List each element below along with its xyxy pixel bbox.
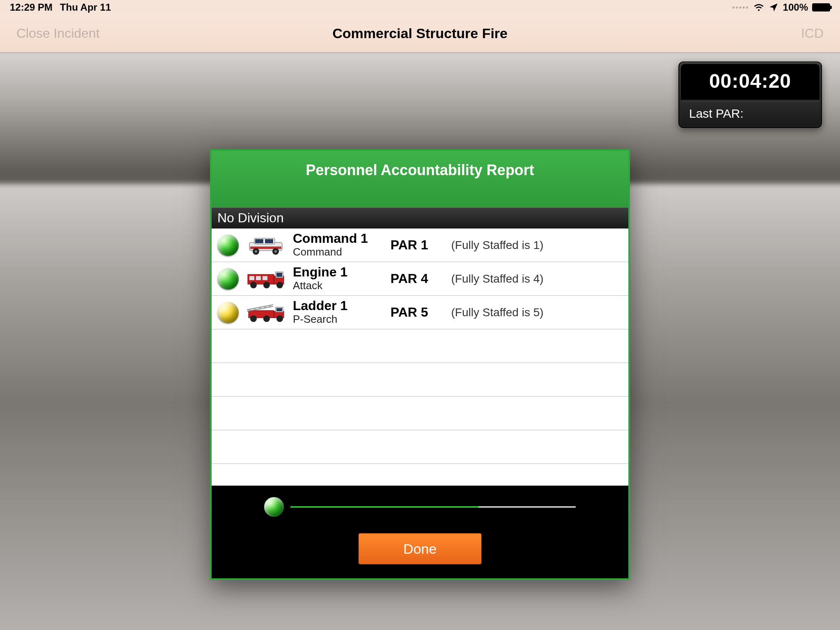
svg-point-32	[276, 315, 283, 322]
svg-point-18	[276, 282, 283, 288]
unit-row[interactable]: Command 1CommandPAR 1(Fully Staffed is 1…	[212, 228, 628, 262]
svg-point-8	[274, 250, 277, 253]
unit-list: Command 1CommandPAR 1(Fully Staffed is 1…	[212, 228, 628, 464]
wifi-icon	[753, 2, 764, 13]
battery-icon	[812, 3, 830, 11]
slider-track[interactable]	[290, 506, 576, 508]
page-title: Commercial Structure Fire	[332, 25, 507, 41]
close-incident-button[interactable]: Close Incident	[16, 26, 100, 41]
empty-row	[212, 430, 628, 464]
status-time: 12:29 PM	[10, 2, 52, 13]
ios-status-bar: 12:29 PM Thu Apr 11 ••••• 100%	[0, 0, 840, 15]
done-button[interactable]: Done	[358, 533, 482, 564]
vehicle-icon	[246, 267, 285, 290]
empty-row	[212, 363, 628, 397]
svg-point-16	[250, 282, 257, 288]
par-detail: (Fully Staffed is 4)	[451, 272, 543, 285]
svg-rect-13	[249, 276, 254, 280]
unit-name: Engine 1	[293, 265, 383, 279]
modal-title: Personnel Accountability Report	[212, 151, 628, 208]
status-orb-icon	[217, 268, 239, 290]
division-header: No Division	[212, 208, 628, 228]
par-detail: (Fully Staffed is 5)	[451, 306, 543, 319]
status-orb-icon	[217, 302, 239, 323]
vehicle-icon	[246, 234, 285, 257]
location-icon	[768, 2, 779, 13]
par-value: PAR 1	[390, 237, 444, 253]
cell-signal-icon: •••••	[732, 3, 749, 12]
svg-rect-2	[255, 239, 263, 243]
battery-percent: 100%	[783, 2, 808, 13]
unit-row[interactable]: Engine 1AttackPAR 4(Fully Staffed is 4)	[212, 262, 628, 296]
par-slider[interactable]	[264, 497, 576, 517]
unit-info: Command 1Command	[293, 232, 383, 258]
empty-row	[212, 329, 628, 363]
svg-rect-15	[262, 276, 267, 280]
last-par-label[interactable]: Last PAR:	[681, 101, 819, 126]
unit-role: P-Search	[293, 313, 383, 326]
unit-role: Attack	[293, 279, 383, 292]
svg-rect-12	[276, 273, 282, 277]
status-date: Thu Apr 11	[60, 2, 111, 13]
svg-rect-14	[256, 276, 261, 280]
unit-name: Command 1	[293, 232, 383, 246]
par-detail: (Fully Staffed is 1)	[451, 239, 543, 252]
unit-row[interactable]: Ladder 1P-SearchPAR 5(Fully Staffed is 5…	[212, 296, 628, 329]
slider-thumb-icon	[264, 497, 284, 517]
incident-timer-panel: 00:04:20 Last PAR:	[678, 62, 822, 128]
icd-button[interactable]: ICD	[801, 26, 824, 41]
svg-rect-22	[276, 308, 282, 311]
svg-rect-3	[265, 239, 273, 243]
unit-name: Ladder 1	[293, 299, 383, 313]
vehicle-icon	[246, 301, 285, 324]
svg-point-17	[263, 282, 270, 288]
slider-fill	[290, 506, 479, 508]
elapsed-timer: 00:04:20	[681, 64, 819, 100]
par-modal: Personnel Accountability Report No Divis…	[210, 149, 630, 580]
empty-row	[212, 397, 628, 430]
unit-info: Engine 1Attack	[293, 265, 383, 292]
par-value: PAR 4	[390, 271, 444, 286]
svg-point-6	[255, 250, 257, 253]
svg-point-31	[263, 315, 270, 322]
par-value: PAR 5	[390, 305, 444, 320]
svg-point-30	[250, 315, 257, 322]
status-orb-icon	[217, 235, 239, 256]
unit-role: Command	[293, 246, 383, 258]
unit-info: Ladder 1P-Search	[293, 299, 383, 326]
list-gap	[212, 464, 628, 481]
nav-bar: Close Incident Commercial Structure Fire…	[0, 15, 840, 52]
modal-footer: Done	[212, 486, 628, 578]
